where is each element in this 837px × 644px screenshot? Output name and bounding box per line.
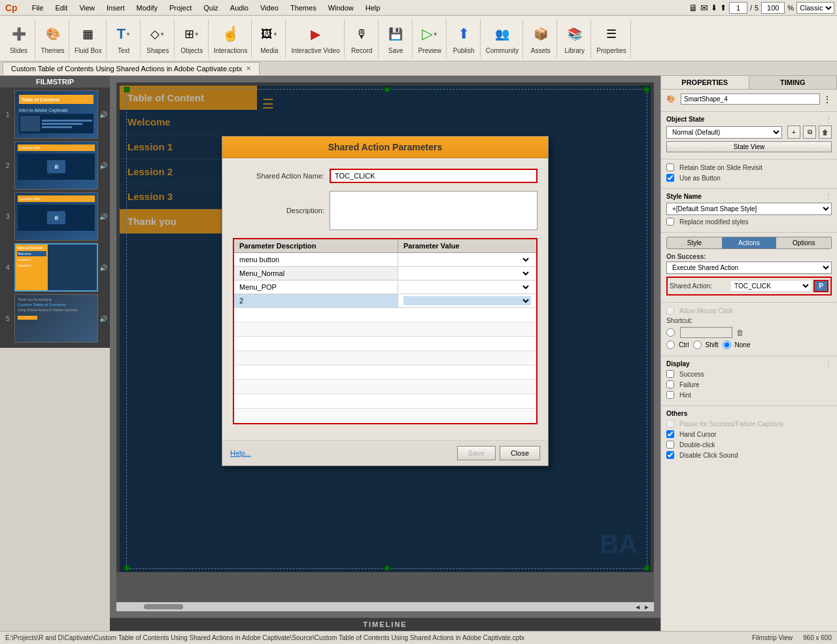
display-menu-icon[interactable]: ⋮: [825, 360, 832, 367]
menu-insert[interactable]: Insert: [101, 3, 130, 13]
toolbar-interactions[interactable]: ☝ Interactions: [210, 19, 252, 58]
menu-help[interactable]: Help: [360, 3, 386, 13]
param-val-select-2[interactable]: [403, 269, 531, 278]
filmstrip-item-3[interactable]: 3 Lession title 🖥 🔊: [3, 192, 107, 241]
preview-label: Preview: [418, 47, 441, 54]
param-val-select-3[interactable]: [403, 282, 531, 292]
menu-modify[interactable]: Modify: [131, 3, 163, 13]
object-state-menu-icon[interactable]: ⋮: [825, 116, 832, 123]
toolbar-interactive-video[interactable]: ▶ Interactive Video: [287, 19, 344, 58]
param-row-3[interactable]: Menu_POP: [234, 280, 536, 294]
timing-tab[interactable]: TIMING: [749, 76, 838, 89]
close-button[interactable]: Close: [500, 446, 540, 460]
toolbar-shapes[interactable]: ◇▼ Shapes: [142, 19, 175, 58]
toolbar-preview[interactable]: ▷▼ Preview: [414, 19, 447, 58]
mode-dropdown[interactable]: Classic: [796, 2, 834, 14]
state-view-button[interactable]: State View: [666, 141, 832, 152]
style-tab[interactable]: Style: [667, 237, 722, 248]
shared-action-dialog: Shared Action Parameters Shared Action N…: [222, 136, 549, 466]
toolbar-themes[interactable]: 🎨 Themes: [37, 19, 69, 58]
retain-state-checkbox[interactable]: [666, 163, 674, 171]
param-val-select-1[interactable]: [403, 255, 531, 264]
properties-tab[interactable]: PROPERTIES: [661, 76, 749, 89]
dimensions-label: 960 x 600: [803, 634, 832, 641]
style-name-menu-icon[interactable]: ⋮: [825, 193, 832, 200]
shortcut-radio[interactable]: [666, 328, 675, 337]
shortcut-input[interactable]: [680, 327, 732, 338]
allow-mouse-click-checkbox[interactable]: [666, 307, 674, 314]
menu-audio[interactable]: Audio: [225, 3, 254, 13]
menu-view[interactable]: View: [74, 3, 100, 13]
filmstrip-item-2[interactable]: 2 Lession title 🖥 🔊: [3, 141, 107, 190]
toolbar-slides[interactable]: ➕ Slides: [3, 19, 35, 58]
add-state-button[interactable]: +: [787, 126, 800, 139]
toolbar-media[interactable]: 🖼▼ Media: [253, 19, 286, 58]
success-checkbox[interactable]: [666, 370, 674, 378]
style-name-dropdown[interactable]: +[Default Smart Shape Style]: [666, 203, 832, 215]
status-bar: E:\Projects\R and D\Captivate\Custom Tab…: [0, 631, 837, 644]
zoom-input[interactable]: [761, 2, 785, 14]
filmstrip-item-1[interactable]: 1 Table of Contents Intro to Adobe Capti…: [3, 90, 107, 139]
disable-click-sound-checkbox[interactable]: [666, 451, 674, 459]
clear-shortcut-button[interactable]: 🗑: [735, 328, 745, 338]
duplicate-state-button[interactable]: ⧉: [803, 126, 816, 139]
filmstrip-thumb-2: Lession title 🖥: [14, 141, 98, 190]
menu-video[interactable]: Video: [255, 3, 284, 13]
section-menu-icon[interactable]: ⋮: [823, 94, 832, 105]
action-name-input[interactable]: [330, 169, 538, 183]
toolbar-library[interactable]: 📚 Library: [558, 19, 591, 58]
menu-project[interactable]: Project: [164, 3, 197, 13]
toolbar-community[interactable]: 👥 Community: [482, 19, 524, 58]
param-desc-4: 2: [234, 295, 398, 307]
page-number-input[interactable]: [729, 2, 747, 14]
objects-label: Objects: [180, 47, 203, 54]
main-tab[interactable]: Custom Table of Contents Using Shared Ac…: [3, 62, 260, 75]
pause-checkbox[interactable]: [666, 420, 674, 428]
filmstrip-item-4[interactable]: 4 Table of Content Welcome Lession 1 Les…: [3, 243, 107, 292]
menu-edit[interactable]: Edit: [50, 3, 73, 13]
delete-state-button[interactable]: 🗑: [819, 126, 832, 139]
param-row-4[interactable]: 2: [234, 294, 536, 308]
filmstrip-item-5[interactable]: 5 Thank you for watching Custom Table of…: [3, 294, 107, 343]
toolbar-objects[interactable]: ⊞▼ Objects: [176, 19, 209, 58]
others-label: Others: [666, 410, 687, 417]
param-row-2[interactable]: Menu_Normal: [234, 267, 536, 280]
use-as-button-checkbox[interactable]: [666, 174, 674, 182]
replace-modified-checkbox[interactable]: [666, 218, 674, 226]
toolbar-record[interactable]: 🎙 Record: [346, 19, 379, 58]
options-tab[interactable]: Options: [776, 237, 831, 248]
toolbar-save[interactable]: 💾 Save: [380, 19, 413, 58]
none-radio[interactable]: [723, 341, 731, 349]
param-row-1[interactable]: menu button: [234, 253, 536, 267]
menu-quiz[interactable]: Quiz: [198, 3, 224, 13]
description-textarea[interactable]: [330, 191, 538, 230]
toolbar-text[interactable]: T▼ Text: [108, 19, 141, 58]
retain-state-label: Retain State on Slide Revisit: [679, 164, 832, 171]
toolbar-properties[interactable]: ☰ Properties: [592, 19, 631, 58]
tab-close-button[interactable]: ✕: [246, 65, 251, 72]
save-button[interactable]: Save: [457, 446, 496, 460]
double-click-checkbox[interactable]: [666, 441, 674, 449]
failure-checkbox[interactable]: [666, 381, 674, 388]
toolbar-assets[interactable]: 📦 Assets: [524, 19, 557, 58]
object-name-input[interactable]: [681, 93, 820, 105]
toolbar-publish[interactable]: ⬆ Publish: [448, 19, 481, 58]
publish-label: Publish: [453, 47, 475, 54]
hint-checkbox[interactable]: [666, 391, 674, 399]
menu-file[interactable]: File: [27, 3, 49, 13]
state-dropdown[interactable]: Normal (Default): [666, 126, 782, 139]
help-link[interactable]: Help...: [230, 449, 251, 457]
shared-action-dropdown[interactable]: TOC_CLICK: [731, 281, 811, 291]
on-success-dropdown[interactable]: Execute Shared Action: [666, 262, 832, 274]
ctrl-radio[interactable]: [666, 341, 675, 349]
shortcut-label: Shortcut:: [666, 317, 832, 324]
hand-cursor-checkbox[interactable]: [666, 430, 674, 438]
menu-window[interactable]: Window: [323, 3, 359, 13]
toolbar-fluid-box[interactable]: ▦ Fluid Box: [71, 19, 107, 58]
pause-label: Pause for Success/Failure Captions: [679, 420, 832, 428]
param-val-select-4[interactable]: [403, 296, 531, 305]
shift-radio[interactable]: [693, 341, 702, 349]
actions-tab[interactable]: Actions: [722, 237, 777, 248]
menu-themes[interactable]: Themes: [285, 3, 322, 13]
p-button[interactable]: P: [813, 280, 828, 292]
